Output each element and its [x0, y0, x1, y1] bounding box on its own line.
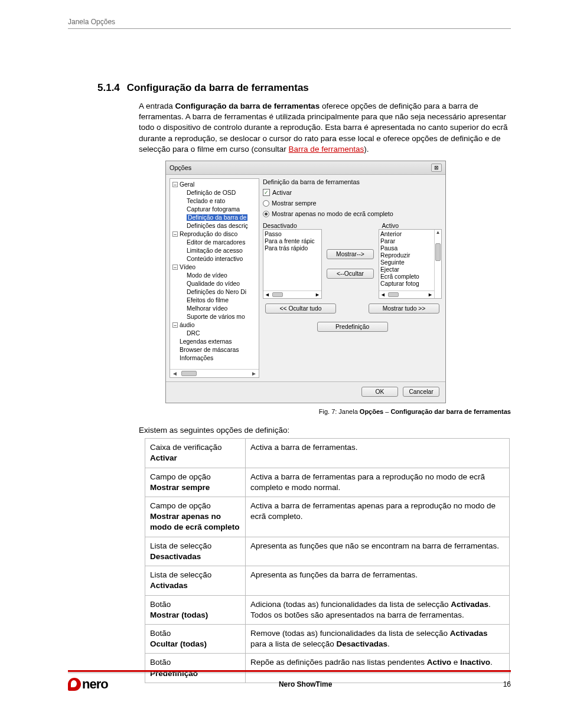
tree-group[interactable]: −áudio	[170, 321, 259, 329]
tree-item[interactable]: Legendas externas	[170, 337, 259, 345]
scroll-right-icon[interactable]: ►	[315, 292, 320, 298]
collapse-icon[interactable]: −	[172, 322, 178, 328]
table-row: Campo de opçãoMostrar apenas no modo de …	[145, 497, 510, 537]
scroll-right-icon[interactable]: ►	[428, 292, 433, 298]
section-title-text: Configuração da barra de ferramentas	[127, 82, 309, 93]
p1d: ).	[364, 145, 369, 154]
tree-item[interactable]: Definição da barra de	[170, 213, 259, 221]
radio-fullscreen-label: Mostrar apenas no modo de ecrã completo	[272, 210, 393, 217]
list-item[interactable]: Passo	[265, 230, 320, 237]
row-label: Caixa de verificaçãoActivar	[145, 439, 246, 468]
scroll-thumb[interactable]	[388, 292, 399, 297]
tree-group[interactable]: −Reprodução do disco	[170, 230, 259, 238]
tree-item[interactable]: Qualidade do vídeo	[170, 279, 259, 288]
tree-hscrollbar[interactable]: ◄ ►	[170, 369, 259, 377]
scroll-up-icon[interactable]: ▲	[436, 230, 441, 235]
row-label: Campo de opçãoMostrar apenas no modo de …	[145, 497, 246, 537]
list-item[interactable]: Ejectar	[380, 266, 433, 273]
list-hscrollbar[interactable]: ◄ ►	[379, 290, 434, 298]
list-item[interactable]: Parar	[380, 237, 433, 244]
activate-label: Activar	[272, 189, 292, 196]
tree-item[interactable]: Limitação de acesso	[170, 246, 259, 254]
hide-button[interactable]: <--Ocultar	[327, 269, 374, 279]
scroll-thumb[interactable]	[435, 243, 441, 261]
list-item[interactable]: Para trás rápido	[265, 244, 320, 252]
close-icon[interactable]: ⊠	[431, 164, 442, 172]
radio-fullscreen-row[interactable]: Mostrar apenas no modo de ecrã completo	[263, 209, 442, 220]
scroll-thumb[interactable]	[181, 371, 197, 376]
list-item[interactable]: Ecrã completo	[380, 273, 433, 280]
section-number: 5.1.4	[97, 82, 120, 94]
tree-item[interactable]: Browser de máscaras	[170, 345, 259, 354]
list-item[interactable]: Anterior	[380, 230, 433, 237]
tree-item[interactable]: Definições das descriç	[170, 221, 259, 230]
tree-item[interactable]: Melhorar vídeo	[170, 304, 259, 312]
scroll-left-icon[interactable]: ◄	[380, 292, 386, 298]
p1b: Configuração da barra de ferramentas	[175, 102, 320, 110]
options-dialog: Opções ⊠ −GeralDefinição de OSDTeclado e…	[165, 161, 446, 403]
tree-item[interactable]: Conteúdo interactivo	[170, 254, 259, 263]
predef-button[interactable]: Predefinição	[317, 322, 388, 332]
row-desc: Activa a barra de ferramentas apenas par…	[246, 497, 510, 537]
scroll-thumb[interactable]	[272, 292, 283, 297]
hide-all-button[interactable]: << Ocultar tudo	[265, 303, 336, 314]
ok-button[interactable]: OK	[361, 387, 398, 397]
radio-always-row[interactable]: Mostrar sempre	[263, 198, 442, 209]
scroll-left-icon[interactable]: ◄	[265, 292, 270, 298]
row-label: Campo de opçãoMostrar sempre	[145, 468, 246, 497]
list-item[interactable]: Pausa	[380, 244, 433, 252]
fig-dash: –	[383, 408, 390, 415]
p1a: A entrada	[139, 102, 175, 110]
collapse-icon[interactable]: −	[172, 182, 178, 187]
deactivated-list[interactable]: PassoPara a frente rápicPara trás rápido…	[263, 229, 322, 299]
tree-item[interactable]: Informações	[170, 354, 259, 362]
row-label: BotãoMostrar (todas)	[145, 595, 246, 624]
fig-b2: Configuração dar barra de ferramentas	[390, 408, 511, 415]
page-header: Janela Opções	[68, 18, 511, 29]
tree-item[interactable]: Definição de OSD	[170, 188, 259, 197]
tree-item[interactable]: Definições do Nero Di	[170, 288, 259, 296]
scroll-left-icon[interactable]: ◄	[172, 370, 178, 377]
list-item[interactable]: Reproduzir	[380, 252, 433, 259]
cancel-button[interactable]: Cancelar	[403, 387, 439, 397]
tree-item[interactable]: DRC	[170, 329, 259, 337]
list-hscrollbar[interactable]: ◄ ►	[263, 290, 321, 298]
scroll-right-icon[interactable]: ►	[251, 370, 257, 377]
list-item[interactable]: Seguinte	[380, 259, 433, 266]
radio-icon[interactable]	[263, 211, 269, 217]
nero-logo: nero	[68, 677, 108, 692]
footer-red-rule	[68, 670, 511, 672]
tree-item[interactable]: Teclado e rato	[170, 197, 259, 205]
row-desc: Apresenta as funções da barra de ferrame…	[246, 566, 510, 595]
category-tree[interactable]: −GeralDefinição de OSDTeclado e ratoCapt…	[170, 178, 259, 378]
dialog-titlebar: Opções ⊠	[166, 161, 445, 175]
radio-always-label: Mostrar sempre	[272, 200, 317, 207]
radio-icon[interactable]	[263, 200, 269, 207]
row-desc: Remove (todas as) funcionalidades da lis…	[246, 624, 510, 653]
list-item[interactable]: Capturar fotog	[380, 280, 433, 287]
page-number: 16	[503, 680, 511, 688]
toolbar-link[interactable]: Barra de ferramentas	[289, 145, 364, 154]
tree-item[interactable]: Capturar fotograma	[170, 205, 259, 213]
show-all-button[interactable]: Mostrar tudo >>	[369, 303, 439, 314]
tree-group[interactable]: −Geral	[170, 180, 259, 188]
tree-item[interactable]: Editor de marcadores	[170, 238, 259, 246]
tree-item[interactable]: Efeitos do filme	[170, 296, 259, 304]
list-vscrollbar[interactable]: ▲	[434, 230, 441, 298]
definitions-table: Caixa de verificaçãoActivarActiva a barr…	[145, 438, 510, 683]
collapse-icon[interactable]: −	[172, 265, 178, 270]
header-text: Janela Opções	[68, 18, 115, 26]
activated-list[interactable]: AnteriorPararPausaReproduzirSeguinteEjec…	[379, 229, 442, 299]
tree-item[interactable]: Modo de vídeo	[170, 271, 259, 279]
panel-heading: Definição da barra de ferramentas	[263, 178, 442, 188]
dialog-title: Opções	[170, 164, 431, 171]
row-label: Lista de selecçãoActivadas	[145, 566, 246, 595]
show-button[interactable]: Mostrar-->	[327, 249, 374, 259]
activate-checkbox-row[interactable]: ✓ Activar	[263, 188, 442, 198]
flame-icon	[68, 678, 81, 691]
list-item[interactable]: Para a frente rápic	[265, 237, 320, 244]
collapse-icon[interactable]: −	[172, 231, 178, 237]
tree-group[interactable]: −Vídeo	[170, 263, 259, 271]
tree-item[interactable]: Suporte de vários mo	[170, 312, 259, 321]
checkbox-icon[interactable]: ✓	[263, 189, 270, 196]
